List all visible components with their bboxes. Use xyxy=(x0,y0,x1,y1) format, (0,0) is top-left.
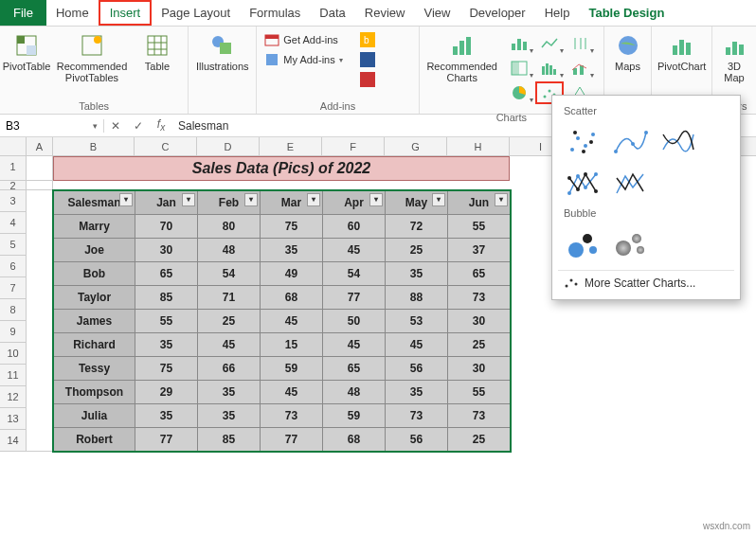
svg-point-50 xyxy=(584,144,587,148)
pivotchart-button[interactable]: PivotChart xyxy=(656,30,708,74)
sales-table[interactable]: Salesman▾Jan▾Feb▾Mar▾Apr▾May▾Jun▾Marry70… xyxy=(53,190,511,452)
col-header[interactable]: C xyxy=(135,137,197,155)
pivottable-button[interactable]: PivotTable xyxy=(4,30,49,74)
row-header[interactable]: 3 xyxy=(0,190,27,212)
recommended-charts-button[interactable]: Recommended Charts xyxy=(423,30,501,85)
col-header[interactable]: A xyxy=(27,137,53,155)
filter-icon[interactable]: ▾ xyxy=(307,193,320,206)
tab-developer[interactable]: Developer xyxy=(459,0,534,26)
fx-button[interactable]: fx xyxy=(150,117,172,133)
table-header[interactable]: Feb▾ xyxy=(198,191,261,215)
bubble-button[interactable] xyxy=(562,224,603,262)
row-header[interactable]: 9 xyxy=(0,321,27,343)
row-header[interactable]: 12 xyxy=(0,386,27,408)
filter-icon[interactable]: ▾ xyxy=(244,193,258,206)
hierarchy-chart-button[interactable]: ▾ xyxy=(505,57,533,80)
row-header[interactable]: 5 xyxy=(0,234,27,256)
tab-table-design[interactable]: Table Design xyxy=(579,0,674,26)
table-row[interactable]: Bob655449543565 xyxy=(54,262,511,286)
group-addins-label: Add-ins xyxy=(257,98,418,114)
col-header[interactable]: G xyxy=(385,137,447,155)
row-header[interactable]: 14 xyxy=(0,430,27,452)
line-chart-button[interactable]: ▾ xyxy=(535,32,564,55)
tab-formulas[interactable]: Formulas xyxy=(240,0,310,26)
combo-chart-button[interactable]: ▾ xyxy=(566,57,594,80)
bing-maps-addin[interactable]: b xyxy=(356,30,379,49)
cancel-formula-button[interactable]: ✕ xyxy=(104,119,127,133)
row-header[interactable]: 10 xyxy=(0,343,27,365)
table-icon xyxy=(144,32,171,59)
table-button[interactable]: Table xyxy=(135,30,180,74)
col-header[interactable]: F xyxy=(322,137,385,155)
recommended-pivottables-button[interactable]: Recommended PivotTables xyxy=(51,30,133,85)
col-header[interactable]: D xyxy=(197,137,260,155)
get-addins-button[interactable]: Get Add-ins xyxy=(261,30,346,49)
row-header[interactable]: 8 xyxy=(0,299,27,321)
scatter-straight-lines-button[interactable] xyxy=(609,164,651,202)
col-header[interactable]: E xyxy=(260,137,322,155)
filter-icon[interactable]: ▾ xyxy=(119,193,133,206)
scatter-markers-button[interactable] xyxy=(562,122,603,160)
column-chart-button[interactable]: ▾ xyxy=(505,32,533,55)
title-cell[interactable]: Sales Data (Pics) of 2022 xyxy=(53,156,510,181)
table-row[interactable]: Joe304835452537 xyxy=(54,239,511,262)
tab-data[interactable]: Data xyxy=(310,0,354,26)
tab-review[interactable]: Review xyxy=(355,0,415,26)
filter-icon[interactable]: ▾ xyxy=(495,193,508,206)
people-graph-addin[interactable] xyxy=(356,70,379,89)
table-row[interactable]: Julia353573597373 xyxy=(54,404,511,428)
3d-map-button[interactable]: 3D Map xyxy=(716,30,752,85)
tab-view[interactable]: View xyxy=(414,0,459,26)
illustrations-button[interactable]: Illustrations xyxy=(192,30,252,74)
tab-insert[interactable]: Insert xyxy=(99,0,153,26)
table-header[interactable]: May▾ xyxy=(386,191,448,215)
row-header[interactable]: 11 xyxy=(0,365,27,386)
svg-point-74 xyxy=(575,283,578,286)
bubble-section-title: Bubble xyxy=(558,204,734,223)
row-header[interactable]: 1 xyxy=(0,156,27,181)
table-row[interactable]: Richard354515454525 xyxy=(54,333,511,357)
table-row[interactable]: Taylor857168778873 xyxy=(54,286,511,310)
svg-point-41 xyxy=(619,36,638,55)
more-scatter-charts-button[interactable]: More Scatter Charts... xyxy=(558,270,734,290)
col-header[interactable]: H xyxy=(447,137,510,155)
select-all-corner[interactable] xyxy=(0,137,27,155)
scatter-straight-markers-button[interactable] xyxy=(562,164,603,202)
row-header[interactable]: 2 xyxy=(0,181,27,190)
table-row[interactable]: Robert778577685625 xyxy=(54,428,511,452)
row-header[interactable]: 13 xyxy=(0,408,27,430)
filter-icon[interactable]: ▾ xyxy=(182,193,195,206)
row-header[interactable]: 6 xyxy=(0,256,27,277)
bubble-3d-button[interactable] xyxy=(609,224,651,262)
table-row[interactable]: Tessy756659655630 xyxy=(54,357,511,381)
tab-help[interactable]: Help xyxy=(535,0,580,26)
row-header[interactable]: 7 xyxy=(0,277,27,299)
visio-addin[interactable] xyxy=(356,50,379,69)
table-header[interactable]: Jun▾ xyxy=(448,191,511,215)
people-graph-icon xyxy=(360,72,375,87)
maps-button[interactable]: Maps xyxy=(608,30,647,74)
tab-page-layout[interactable]: Page Layout xyxy=(152,0,240,26)
name-box[interactable]: B3 ▾ xyxy=(0,119,104,133)
col-header[interactable]: B xyxy=(53,137,135,155)
table-header[interactable]: Apr▾ xyxy=(323,191,386,215)
svg-point-37 xyxy=(543,96,546,98)
table-header[interactable]: Jan▾ xyxy=(135,191,198,215)
pie-chart-button[interactable]: ▾ xyxy=(505,81,533,104)
histogram-button[interactable]: ▾ xyxy=(535,57,564,80)
row-header[interactable]: 4 xyxy=(0,212,27,234)
scatter-smooth-lines-button[interactable] xyxy=(657,122,698,160)
filter-icon[interactable]: ▾ xyxy=(369,193,383,206)
table-header[interactable]: Salesman▾ xyxy=(54,191,135,215)
table-row[interactable]: James552545505330 xyxy=(54,310,511,333)
my-addins-button[interactable]: My Add-ins ▾ xyxy=(261,50,346,69)
tab-home[interactable]: Home xyxy=(46,0,99,26)
scatter-smooth-markers-button[interactable] xyxy=(609,122,651,160)
file-tab[interactable]: File xyxy=(0,0,46,26)
stock-chart-button[interactable]: ▾ xyxy=(566,32,594,55)
filter-icon[interactable]: ▾ xyxy=(432,193,445,206)
table-header[interactable]: Mar▾ xyxy=(261,191,323,215)
accept-formula-button[interactable]: ✓ xyxy=(127,119,150,133)
table-row[interactable]: Marry708075607255 xyxy=(54,215,511,239)
table-row[interactable]: Thompson293545483555 xyxy=(54,381,511,404)
